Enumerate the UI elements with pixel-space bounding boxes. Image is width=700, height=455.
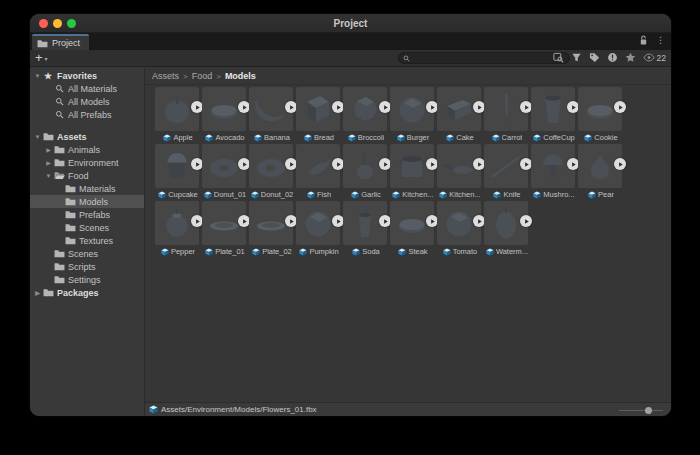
search-by-label-icon[interactable] [589,52,600,63]
asset-item-coffecup[interactable]: CoffeCup [531,87,577,144]
zoom-window-button[interactable] [67,19,76,28]
expand-asset-button[interactable] [614,101,626,113]
asset-item-donut-01[interactable]: Donut_01 [202,144,248,201]
asset-thumbnail[interactable] [249,87,293,131]
asset-thumbnail[interactable] [202,201,246,245]
asset-item-garlic[interactable]: Garlic [343,144,389,201]
asset-item-kitchen-[interactable]: Kitchen... [390,144,436,201]
asset-item-mushro-[interactable]: Mushro... [531,144,577,201]
sidebar-item-models[interactable]: Models [30,195,144,208]
sidebar-item-all-prefabs[interactable]: All Prefabs [30,108,144,121]
asset-thumbnail[interactable] [155,144,199,188]
asset-thumbnail[interactable] [296,201,340,245]
sidebar-item-textures[interactable]: Textures [30,234,144,247]
asset-item-plate-02[interactable]: Plate_02 [249,201,295,258]
hidden-items-count[interactable]: 22 [643,53,666,63]
asset-thumbnail[interactable] [202,144,246,188]
asset-thumbnail[interactable] [578,87,622,131]
asset-thumbnail[interactable] [343,87,387,131]
asset-thumbnail[interactable] [578,144,622,188]
asset-item-tomato[interactable]: Tomato [437,201,483,258]
asset-thumbnail[interactable] [249,144,293,188]
asset-thumbnail[interactable] [437,201,481,245]
sidebar-item-all-models[interactable]: All Models [30,95,144,108]
sidebar-item-packages[interactable]: ▶Packages [30,286,144,299]
sidebar-item-food[interactable]: ▼Food [30,169,144,182]
filter-info-icon[interactable] [607,52,618,63]
expand-icon[interactable]: ▶ [33,289,42,296]
asset-thumbnail[interactable] [343,144,387,188]
breadcrumb-segment[interactable]: Assets [152,71,179,81]
expand-asset-button[interactable] [614,158,626,170]
window-titlebar[interactable]: Project [30,14,671,33]
collapse-icon[interactable]: ▼ [33,73,42,79]
asset-thumbnail[interactable] [437,87,481,131]
asset-item-knife[interactable]: Knife [484,144,530,201]
asset-item-cookie[interactable]: Cookie [578,87,624,144]
asset-item-pumpkin[interactable]: Pumpkin [296,201,342,258]
asset-thumbnail[interactable] [531,144,575,188]
asset-item-cake[interactable]: Cake [437,87,483,144]
breadcrumb-segment[interactable]: Food [192,71,213,81]
slider-handle[interactable] [645,407,652,414]
asset-item-fish[interactable]: Fish [296,144,342,201]
asset-item-carrot[interactable]: Carrot [484,87,530,144]
tab-project[interactable]: Project [32,34,89,50]
breadcrumb-segment[interactable]: Models [225,71,256,81]
asset-thumbnail[interactable] [484,87,528,131]
asset-thumbnail[interactable] [296,87,340,131]
asset-thumbnail[interactable] [155,201,199,245]
asset-item-pear[interactable]: Pear [578,144,624,201]
collapse-icon[interactable]: ▼ [44,173,53,179]
asset-thumbnail[interactable] [484,201,528,245]
create-asset-button[interactable]: + ▾ [35,50,48,66]
asset-item-banana[interactable]: Banana [249,87,295,144]
save-search-icon[interactable] [625,52,636,63]
open-in-search-icon[interactable] [553,52,564,63]
sidebar-item-materials[interactable]: Materials [30,182,144,195]
search-field[interactable] [398,52,570,64]
thumbnail-size-slider[interactable] [619,408,663,412]
asset-thumbnail[interactable] [390,144,434,188]
asset-item-avocado[interactable]: Avocado [202,87,248,144]
sidebar-item-all-materials[interactable]: All Materials [30,82,144,95]
asset-thumbnail[interactable] [390,87,434,131]
asset-item-steak[interactable]: Steak [390,201,436,258]
minimize-window-button[interactable] [53,19,62,28]
sidebar-item-animals[interactable]: ▶Animals [30,143,144,156]
asset-thumbnail[interactable] [249,201,293,245]
asset-item-burger[interactable]: Burger [390,87,436,144]
asset-item-plate-01[interactable]: Plate_01 [202,201,248,258]
window-menu-icon[interactable]: ⋮ [656,35,665,46]
asset-item-bread[interactable]: Bread [296,87,342,144]
sidebar-item-environment[interactable]: ▶Environment [30,156,144,169]
expand-icon[interactable]: ▶ [44,146,53,153]
expand-asset-button[interactable] [520,215,532,227]
asset-item-kitchen-[interactable]: Kitchen... [437,144,483,201]
asset-thumbnail[interactable] [484,144,528,188]
sidebar-item-scenes[interactable]: Scenes [30,247,144,260]
sidebar-item-assets[interactable]: ▼Assets [30,130,144,143]
asset-thumbnail[interactable] [531,87,575,131]
asset-thumbnail[interactable] [390,201,434,245]
asset-item-soda[interactable]: Soda [343,201,389,258]
asset-thumbnail[interactable] [437,144,481,188]
sidebar-item-settings[interactable]: Settings [30,273,144,286]
asset-thumbnail[interactable] [296,144,340,188]
asset-item-apple[interactable]: Apple [155,87,201,144]
expand-icon[interactable]: ▶ [44,159,53,166]
asset-item-pepper[interactable]: Pepper [155,201,201,258]
asset-item-waterm-[interactable]: Waterm... [484,201,530,258]
lock-icon[interactable] [639,35,648,46]
sidebar-item-favorites[interactable]: ▼★Favorites [30,69,144,82]
sidebar-item-scripts[interactable]: Scripts [30,260,144,273]
asset-item-broccoli[interactable]: Broccoli [343,87,389,144]
sidebar-item-scenes[interactable]: Scenes [30,221,144,234]
asset-item-cupcake[interactable]: Cupcake [155,144,201,201]
asset-thumbnail[interactable] [155,87,199,131]
search-input[interactable] [413,54,565,63]
asset-thumbnail[interactable] [343,201,387,245]
search-by-type-icon[interactable] [571,52,582,63]
sidebar-item-prefabs[interactable]: Prefabs [30,208,144,221]
asset-item-donut-02[interactable]: Donut_02 [249,144,295,201]
